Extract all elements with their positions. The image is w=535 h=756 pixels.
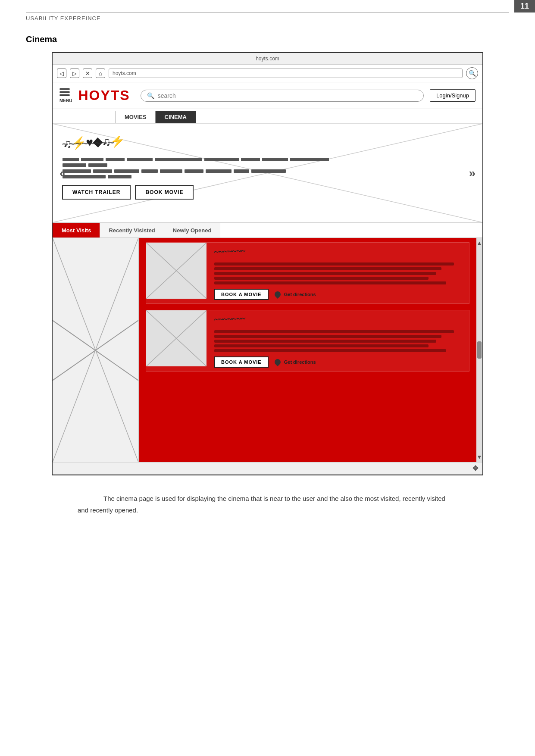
hero-section: « ♫⚡♥◆♫⚡ ~~~~~~~~ [53,124,482,223]
back-button[interactable]: ◁ [57,69,66,78]
browser-nav-row: ◁ ▷ ✕ ⌂ 🔍 [53,65,482,82]
close-button[interactable]: ✕ [83,69,92,78]
site-content: « ♫⚡♥◆♫⚡ ~~~~~~~~ [53,124,482,475]
cinema-list-left-panel [53,238,139,462]
cinema-list-area: ~~~~~~~ [53,238,482,462]
card-name-svg-2: ~~~~~~~ [214,314,270,325]
cinema-tabs: Most Visits Recently Visisted Newly Open… [53,223,482,238]
search-bar[interactable]: 🔍 [141,90,424,102]
card-x-svg [146,243,206,299]
svg-text:~~~~~~~: ~~~~~~~ [214,246,246,256]
forward-button[interactable]: ▷ [70,69,79,78]
nav-tabs: MOVIES CINEMA [116,111,476,123]
search-input[interactable] [158,92,417,99]
cinema-tabs-section: Most Visits Recently Visisted Newly Open… [53,223,482,475]
menu-button[interactable]: MENU [59,88,72,103]
url-input[interactable] [109,69,463,78]
get-directions-link[interactable]: Get directions [275,359,316,365]
cinema-card-body: ~~~~~~~ [212,243,469,303]
directions-icon [273,358,282,366]
hero-title-sketch: ♫⚡♥◆♫⚡ ~~~~~~~~ [62,136,461,153]
cinema-cards-container: ~~~~~~~ [139,238,476,462]
cinema-card-image [146,310,206,366]
scrollbar[interactable]: ▲ ▼ [476,238,482,462]
card-x-svg-2 [146,310,206,366]
left-panel-image [53,238,138,462]
bottom-bar: ✥ [53,462,482,474]
cinema-card-body: ~~~~~~~ [212,310,469,371]
site-header: MENU HOYTS 🔍 Login/Signup [53,82,482,109]
page-number: 11 [514,0,535,12]
search-icon: 🔍 [469,70,476,77]
description-section: The cinema page is used for displaying t… [26,475,509,533]
cinema-card-name: ~~~~~~~ [214,246,466,259]
section-title: Cinema [26,34,509,44]
browser-address-bar: hoyts.com [53,53,482,65]
cinema-card-image [146,243,206,299]
browser-url: hoyts.com [256,56,279,62]
login-button[interactable]: Login/Signup [430,89,476,102]
book-a-movie-button[interactable]: BOOK A MOVIE [214,289,269,300]
search-icon: 🔍 [147,92,154,99]
scroll-thumb[interactable] [477,341,482,359]
cinema-card-description [214,330,466,352]
tab-newly-opened[interactable]: Newly Opened [164,223,221,237]
directions-icon [273,290,282,299]
hero-next-button[interactable]: » [465,165,479,182]
menu-label: MENU [59,98,72,103]
cinema-card-name: ~~~~~~~ [214,314,466,327]
cinema-card-description [214,262,466,284]
menu-bar-2 [59,91,70,93]
resize-handle[interactable]: ✥ [472,464,478,472]
tab-cinema[interactable]: CINEMA [156,111,196,123]
get-directions-link[interactable]: Get directions [275,291,316,297]
svg-text:~~~~~~~: ~~~~~~~ [214,314,246,324]
hero-title-svg: ♫⚡♥◆♫⚡ ~~~~~~~~ [62,136,157,151]
cinema-card-actions: BOOK A MOVIE Get directions [214,289,466,300]
browser-mockup: hoyts.com ◁ ▷ ✕ ⌂ 🔍 MENU HOYTS 🔍 [52,52,483,475]
hero-buttons: WATCH TRAILER BOOK MOVIE [62,185,461,200]
cinema-card-actions: BOOK A MOVIE Get directions [214,356,466,368]
page-label: USABILITY EXPEREINCE [26,12,509,22]
home-button[interactable]: ⌂ [96,69,105,78]
watch-trailer-button[interactable]: WATCH TRAILER [62,185,131,200]
tab-recently-visited[interactable]: Recently Visisted [100,223,164,237]
book-a-movie-button[interactable]: BOOK A MOVIE [214,356,269,368]
left-x-svg [53,238,138,462]
svg-text:~~~~~~~~: ~~~~~~~~ [62,136,115,150]
cinema-card: ~~~~~~~ [146,242,469,304]
hero-description-sketch [62,157,329,179]
card-name-svg: ~~~~~~~ [214,246,270,257]
scroll-up-arrow[interactable]: ▲ [477,240,482,246]
cinema-card: ~~~~~~~ [146,310,469,372]
scroll-down-arrow[interactable]: ▼ [477,454,482,460]
site-logo: HOYTS [78,87,130,103]
browser-search-button[interactable]: 🔍 [466,67,478,79]
tab-movies[interactable]: MOVIES [116,111,156,123]
menu-bar-3 [59,94,70,96]
book-movie-button[interactable]: BOOK MOVIE [135,185,194,200]
menu-bar-1 [59,88,70,90]
description-text: The cinema page is used for displaying t… [78,493,457,516]
tab-most-visits[interactable]: Most Visits [53,223,100,237]
